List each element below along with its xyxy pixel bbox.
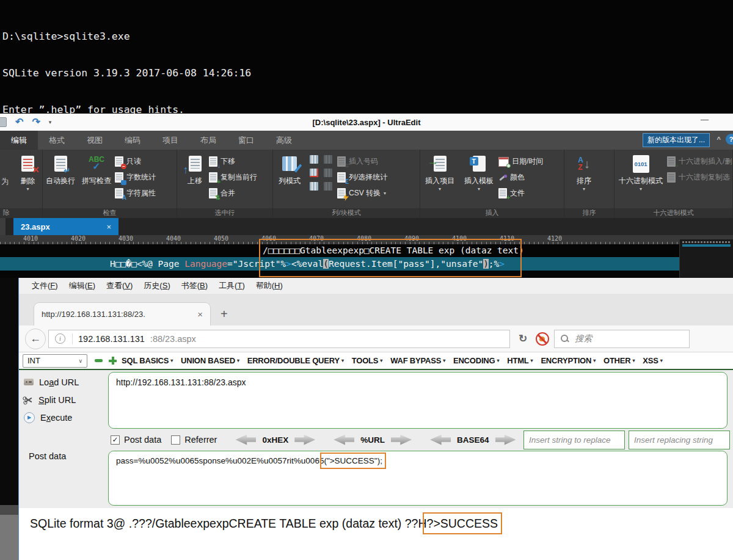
hackbar-menu-tools[interactable]: TOOLS▾ — [352, 356, 382, 365]
tab-close-icon[interactable]: × — [197, 309, 203, 319]
encode-hex-arrow[interactable] — [294, 435, 315, 445]
minimize-button[interactable]: — — [701, 115, 709, 124]
menu-history[interactable]: 历史(S) — [138, 280, 175, 291]
hackbar-menu-waf-bypass[interactable]: WAF BYPASS▾ — [390, 356, 445, 365]
menu-tools[interactable]: 工具(T) — [213, 280, 250, 291]
post-data-textarea[interactable]: pass=%u0052%u0065sponse%u002E%u0057rit%u… — [108, 451, 728, 506]
ribbon-tab-edit[interactable]: 编辑 — [0, 131, 38, 150]
plus-icon[interactable] — [109, 357, 117, 365]
editor-minimap[interactable] — [679, 239, 733, 278]
collapse-ribbon-icon[interactable]: ^ — [717, 136, 721, 143]
csv-convert-button[interactable]: CSV 转换▾ — [337, 186, 387, 200]
menu-edit[interactable]: 编辑(E) — [64, 280, 101, 291]
char-properties-button[interactable]: A字符属性 — [115, 186, 156, 200]
read-only-button[interactable]: −只读 — [115, 155, 156, 169]
replace-string-input[interactable] — [523, 431, 625, 449]
post-data-checkbox[interactable]: ✓ — [111, 435, 120, 445]
blocked-extension-icon[interactable] — [536, 332, 549, 346]
encode-url-arrow[interactable] — [391, 435, 412, 445]
file-tab-23aspx[interactable]: 23.aspx × — [13, 218, 119, 235]
ribbon-tab-bar: 编辑 格式 视图 编码 项目 布局 窗口 高级 新的版本出现了... ^ ? — [0, 131, 733, 150]
hackbar-menu-union-based[interactable]: UNION BASED▾ — [181, 356, 239, 365]
insert-item-icon: → — [434, 156, 447, 172]
column-tool-icon — [324, 182, 332, 191]
hackbar-menu-sql-basics[interactable]: SQL BASICS▾ — [122, 356, 173, 365]
column-fill-icon[interactable] — [310, 182, 318, 191]
ribbon-tab-layout[interactable]: 布局 — [189, 131, 227, 150]
column-stats-button[interactable]: Σ列/选择统计 — [337, 170, 387, 184]
decode-hex-arrow[interactable] — [235, 435, 256, 445]
site-info-icon[interactable]: i — [55, 333, 65, 344]
hex-copy-icon — [667, 172, 676, 183]
hackbar-menu-html[interactable]: HTML▾ — [507, 356, 533, 365]
menu-view[interactable]: 查看(V) — [101, 280, 138, 291]
ribbon-tab-encoding[interactable]: 编码 — [114, 131, 151, 150]
execute-button[interactable]: ▶ Execute — [24, 409, 107, 426]
ribbon-tab-view[interactable]: 视图 — [76, 131, 114, 150]
new-tab-button[interactable]: + — [221, 307, 228, 321]
replacing-string-input[interactable] — [629, 431, 730, 449]
ribbon-tab-window[interactable]: 窗口 — [227, 131, 265, 150]
ribbon-group-sort: AZ↓ 排序 ▾ — [564, 150, 614, 208]
decode-base64-arrow[interactable] — [430, 435, 451, 445]
reload-icon[interactable]: ↻ — [515, 332, 531, 345]
char-properties-icon: A — [115, 188, 123, 198]
insert-file-button[interactable]: +文件 — [498, 186, 543, 200]
hex-mode-button[interactable]: 0101 十六进制模式 ▾ — [614, 153, 667, 208]
terminal-window[interactable]: D:\sqlite>sqlite3.exe SQLite version 3.1… — [0, 0, 733, 114]
sort-button[interactable]: AZ↓ 排序 ▾ — [564, 153, 604, 208]
referrer-checkbox[interactable] — [171, 435, 180, 445]
hackbar-type-select[interactable]: INT ∨ — [23, 354, 87, 368]
duplicate-line-button[interactable]: +复制当前行 — [209, 170, 257, 184]
join-lines-button[interactable]: ⇅合并 — [209, 186, 257, 200]
new-version-badge[interactable]: 新的版本出现了... — [643, 133, 710, 147]
ribbon-tab-advanced[interactable]: 高级 — [265, 131, 303, 150]
move-down-button[interactable]: ↓下移 — [209, 155, 257, 169]
insert-template-icon — [473, 156, 486, 172]
minimap-selected-line — [682, 244, 731, 247]
color-button[interactable]: 颜色 — [498, 170, 543, 184]
menu-help[interactable]: 帮助(H) — [250, 280, 288, 291]
annotation-box-editor — [259, 239, 522, 277]
load-url-icon — [24, 379, 34, 385]
url-textarea[interactable]: http://192.168.131.131:88/23.aspx — [108, 372, 728, 429]
address-bar[interactable]: i 192.168.131.131:88/23.aspx — [48, 330, 510, 348]
word-wrap-button[interactable]: ↵ 自动换行 — [43, 153, 78, 208]
ribbon-tab-format[interactable]: 格式 — [38, 131, 76, 150]
column-mode-button[interactable]: 列模式 — [273, 153, 306, 208]
spell-check-button[interactable]: ABC✓ 拼写检查 — [78, 153, 115, 208]
split-url-button[interactable]: Split URL — [24, 391, 107, 409]
move-up-button[interactable]: ↑ 上移 — [181, 153, 209, 208]
ultraedit-titlebar[interactable]: ↶ ↷ ▾ [D:\sqlite\23.aspx] - UltraEdit — — [0, 114, 733, 131]
close-icon[interactable]: × — [106, 222, 111, 231]
menu-file[interactable]: 文件(F) — [26, 280, 64, 291]
hackbar-menu-error-query[interactable]: ERROR/DOUBLE QUERY▾ — [247, 356, 344, 365]
column-insert-icon[interactable] — [310, 155, 318, 164]
browser-tab[interactable]: http://192.168.131.131:88/23. × — [34, 302, 211, 325]
column-delete-icon[interactable] — [310, 169, 318, 177]
hackbar-menu-encoding[interactable]: ENCODING▾ — [453, 356, 499, 365]
insert-template-button[interactable]: 插入模板 ▾ — [459, 153, 498, 208]
insert-file-icon: + — [498, 188, 507, 198]
hackbar-menu-encryption[interactable]: ENCRYPTION▾ — [541, 356, 596, 365]
datetime-button[interactable]: 日期/时间 — [498, 155, 543, 169]
search-box[interactable]: 搜索 — [554, 330, 690, 348]
hackbar-toolbar: INT ∨ SQL BASICS▾ UNION BASED▾ ERROR/DOU… — [19, 352, 733, 370]
minus-icon[interactable] — [95, 359, 103, 362]
annotation-box-success: ?>SUCCESS — [427, 517, 498, 530]
delete-button[interactable]: × 删除 ▾ — [13, 153, 42, 208]
ribbon-tab-project[interactable]: 项目 — [151, 131, 189, 150]
encode-base64-arrow[interactable] — [495, 435, 516, 445]
csv-convert-icon — [337, 188, 346, 198]
load-url-button[interactable]: Load URL — [24, 373, 107, 391]
word-count-button[interactable]: 字数统计 — [115, 170, 156, 184]
help-icon[interactable]: ? — [726, 134, 733, 145]
hackbar-menu-xss[interactable]: XSS▾ — [643, 356, 662, 365]
tab-title: http://192.168.131.131:88/23. — [42, 310, 192, 319]
back-button[interactable]: ← — [25, 329, 46, 349]
decode-url-arrow[interactable] — [334, 435, 354, 445]
browser-tab-bar: http://192.168.131.131:88/23. × + — [19, 294, 733, 325]
insert-item-button[interactable]: → 插入项目 ▾ — [420, 153, 459, 208]
menu-bookmarks[interactable]: 书签(B) — [176, 280, 213, 291]
hackbar-menu-other[interactable]: OTHER▾ — [604, 356, 635, 365]
